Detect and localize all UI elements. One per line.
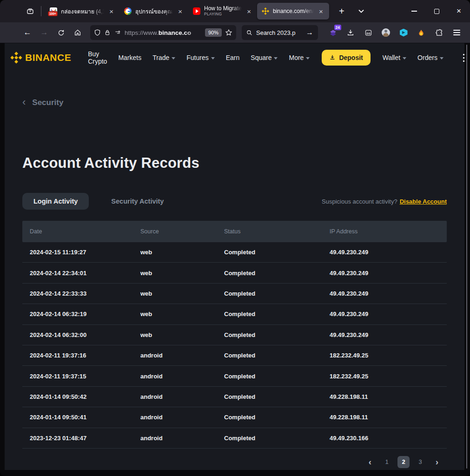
list-all-tabs-button[interactable] bbox=[353, 3, 369, 19]
tab-google[interactable]: อุปกรณ์ของคุณ × bbox=[119, 3, 188, 20]
extension-icons: 24 bbox=[325, 25, 464, 40]
extension-layers-button[interactable]: 24 bbox=[325, 25, 340, 40]
binance-logo[interactable]: BINANCE bbox=[10, 52, 71, 64]
tab-security-activity[interactable]: Security Activity bbox=[111, 198, 164, 205]
tab-gmail[interactable]: 100+ กล่องจดหมาย (4,1 × bbox=[45, 3, 119, 20]
nav-item-more[interactable]: More bbox=[283, 54, 315, 61]
page-button-2-current[interactable]: 2 bbox=[397, 456, 410, 468]
back-chevron-icon[interactable]: ‹ bbox=[22, 97, 26, 107]
tab-title: อุปกรณ์ของคุณ bbox=[135, 7, 173, 16]
zoom-level-badge[interactable]: 90% bbox=[205, 28, 222, 37]
cell-status: Completed bbox=[224, 435, 330, 442]
browser-toolbar: ← → https://w bbox=[0, 22, 470, 43]
nav-item-markets[interactable]: Markets bbox=[113, 54, 147, 61]
flame-icon bbox=[417, 29, 425, 37]
login-activity-table: Date Source Status IP Address 2024-02-15… bbox=[22, 221, 447, 449]
shield-icon[interactable] bbox=[94, 29, 101, 36]
breadcrumb-label[interactable]: Security bbox=[32, 98, 63, 107]
maximize-button[interactable] bbox=[425, 0, 448, 22]
cell-date: 2024-02-11 19:37:15 bbox=[30, 373, 140, 380]
cell-ip: 49.49.230.249 bbox=[330, 331, 439, 338]
table-row: 2024-02-14 06:32:00webCompleted49.49.230… bbox=[22, 325, 447, 345]
site-menu-button[interactable] bbox=[463, 54, 464, 62]
deposit-button[interactable]: Deposit bbox=[322, 50, 370, 66]
cell-source: android bbox=[140, 373, 224, 380]
nav-item-buy-crypto[interactable]: Buy Crypto bbox=[82, 50, 113, 65]
tab-title: กล่องจดหมาย (4,1 bbox=[61, 7, 104, 16]
page-button-3[interactable]: 3 bbox=[414, 456, 426, 468]
profile-avatar-button[interactable] bbox=[378, 25, 393, 40]
column-header-status: Status bbox=[224, 228, 330, 235]
gmail-icon: 100+ bbox=[50, 7, 57, 15]
gmail-unread-badge: 100+ bbox=[48, 11, 58, 16]
page-title: Account Activity Records bbox=[22, 155, 447, 172]
new-tab-button[interactable]: + bbox=[334, 3, 350, 19]
breadcrumb[interactable]: ‹ Security bbox=[22, 98, 447, 107]
page-button-1[interactable]: 1 bbox=[381, 456, 393, 468]
table-row: 2024-02-11 19:37:15androidCompleted182.2… bbox=[22, 366, 447, 386]
forward-button[interactable]: → bbox=[36, 25, 52, 40]
cell-date: 2024-02-14 22:34:01 bbox=[30, 270, 140, 277]
tab-close-icon[interactable]: × bbox=[177, 7, 184, 15]
chevron-down-icon bbox=[358, 9, 364, 13]
lock-icon[interactable] bbox=[104, 29, 111, 36]
firefox-view-button[interactable] bbox=[22, 3, 38, 19]
tab-close-icon[interactable]: × bbox=[318, 7, 324, 15]
address-bar[interactable]: https://www.binance.co 90% bbox=[90, 25, 236, 40]
pagination: ‹ 1 2 3 › bbox=[22, 456, 447, 468]
cell-source: web bbox=[140, 249, 224, 256]
prev-page-button[interactable]: ‹ bbox=[364, 456, 376, 468]
cell-ip: 49.49.230.249 bbox=[330, 290, 439, 297]
bookmark-star-icon[interactable] bbox=[225, 29, 232, 36]
nav-item-square[interactable]: Square bbox=[245, 54, 283, 61]
nav-item-wallet[interactable]: Wallet bbox=[377, 54, 412, 61]
page-content: ‹ Security Account Activity Records Logi… bbox=[5, 98, 464, 468]
cell-status: Completed bbox=[224, 373, 330, 380]
minimize-button[interactable] bbox=[403, 0, 425, 22]
cell-date: 2024-02-15 11:19:27 bbox=[30, 249, 140, 256]
next-page-button[interactable]: › bbox=[431, 456, 443, 468]
cell-ip: 49.49.230.249 bbox=[330, 249, 439, 256]
tab-close-icon[interactable]: × bbox=[245, 7, 252, 15]
column-header-date: Date bbox=[30, 228, 140, 235]
hexagon-extension-button[interactable] bbox=[396, 25, 411, 40]
nav-item-trade[interactable]: Trade bbox=[147, 54, 181, 61]
disable-account-link[interactable]: Disable Account bbox=[400, 198, 447, 205]
browser-menu-button[interactable] bbox=[449, 25, 464, 40]
cell-source: android bbox=[140, 414, 224, 421]
nav-item-futures[interactable]: Futures bbox=[181, 54, 220, 61]
search-go-arrow[interactable]: → bbox=[306, 28, 313, 37]
tab-login-activity[interactable]: Login Activity bbox=[22, 193, 89, 210]
back-button[interactable]: ← bbox=[20, 25, 35, 40]
page-scrollbar[interactable] bbox=[466, 45, 467, 469]
chevron-down-icon bbox=[274, 57, 278, 60]
extensions-puzzle-button[interactable] bbox=[431, 25, 446, 40]
containers-icon bbox=[364, 29, 372, 37]
nav-item-orders[interactable]: Orders bbox=[412, 54, 449, 61]
suspicious-activity-text: Suspicious account activity? bbox=[322, 198, 397, 205]
url-text[interactable]: https://www.binance.co bbox=[125, 29, 202, 36]
page-viewport: BINANCE Buy Crypto Markets Trade Futures… bbox=[5, 43, 464, 470]
cell-source: web bbox=[140, 331, 224, 338]
column-header-ip: IP Address bbox=[330, 228, 439, 235]
tab-youtube[interactable]: How to Migrate PLAYING × bbox=[188, 3, 257, 20]
search-bar[interactable]: Search 2023.p → bbox=[242, 25, 318, 40]
containers-button[interactable] bbox=[361, 25, 376, 40]
nav-item-earn[interactable]: Earn bbox=[220, 54, 245, 61]
column-header-source: Source bbox=[140, 228, 224, 235]
permissions-icon[interactable] bbox=[114, 29, 121, 36]
profile-avatar-icon bbox=[382, 28, 390, 37]
cell-date: 2024-02-14 06:32:19 bbox=[30, 311, 140, 317]
cell-source: web bbox=[140, 290, 224, 297]
downloads-button[interactable] bbox=[343, 25, 358, 40]
home-button[interactable] bbox=[70, 25, 86, 40]
cell-ip: 49.49.230.166 bbox=[330, 435, 439, 442]
window-close-button[interactable]: × bbox=[448, 0, 470, 22]
reload-button[interactable] bbox=[53, 25, 69, 40]
tab-close-icon[interactable]: × bbox=[108, 7, 115, 15]
tab-binance-active[interactable]: binance.com/en/ × bbox=[257, 3, 329, 20]
search-query-text[interactable]: Search 2023.p bbox=[256, 29, 302, 36]
youtube-icon bbox=[193, 7, 200, 15]
activity-tabs: Login Activity Security Activity Suspici… bbox=[22, 193, 447, 210]
flame-extension-button[interactable] bbox=[414, 25, 429, 40]
